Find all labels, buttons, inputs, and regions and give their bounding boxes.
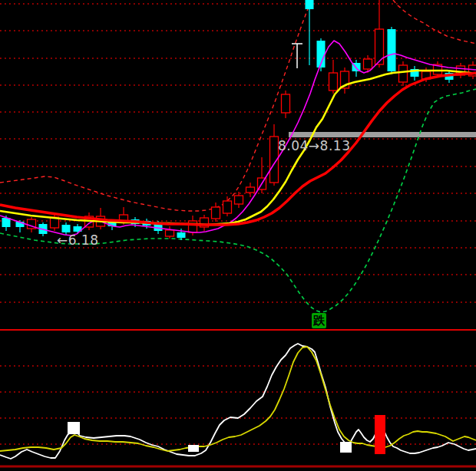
price-panel[interactable] bbox=[0, 0, 476, 312]
candlestick bbox=[166, 230, 174, 236]
indicator-yellow-line bbox=[0, 347, 476, 451]
indicator-panel[interactable] bbox=[0, 344, 476, 466]
candlestick bbox=[223, 201, 232, 213]
candlestick bbox=[189, 221, 197, 232]
candlestick bbox=[2, 218, 11, 227]
signal-bar bbox=[375, 415, 385, 454]
candlestick bbox=[177, 232, 186, 238]
candlestick bbox=[399, 65, 408, 82]
signal-square-marker bbox=[68, 422, 80, 434]
candlestick bbox=[282, 94, 290, 113]
candlestick bbox=[306, 0, 314, 9]
candlestick bbox=[235, 196, 243, 204]
fall-signal-badge: 跌 bbox=[312, 313, 326, 328]
candlestick bbox=[246, 187, 255, 193]
price-range-label: 8.04→8.13 bbox=[278, 139, 350, 153]
candlestick bbox=[212, 207, 220, 219]
upper-band-line bbox=[393, 0, 476, 44]
signal-square-marker bbox=[340, 442, 352, 453]
candlestick bbox=[364, 59, 372, 69]
candlestick bbox=[62, 225, 71, 232]
candlestick bbox=[388, 29, 396, 71]
candlestick bbox=[329, 73, 338, 91]
stock-chart-window: 8.04→8.13 ←6.18 跌 bbox=[0, 0, 476, 471]
signal-square-marker bbox=[188, 445, 199, 452]
indicator-white-line bbox=[0, 344, 476, 459]
low-price-label: ←6.18 bbox=[57, 233, 99, 247]
resistance-zone-bar bbox=[289, 132, 476, 137]
